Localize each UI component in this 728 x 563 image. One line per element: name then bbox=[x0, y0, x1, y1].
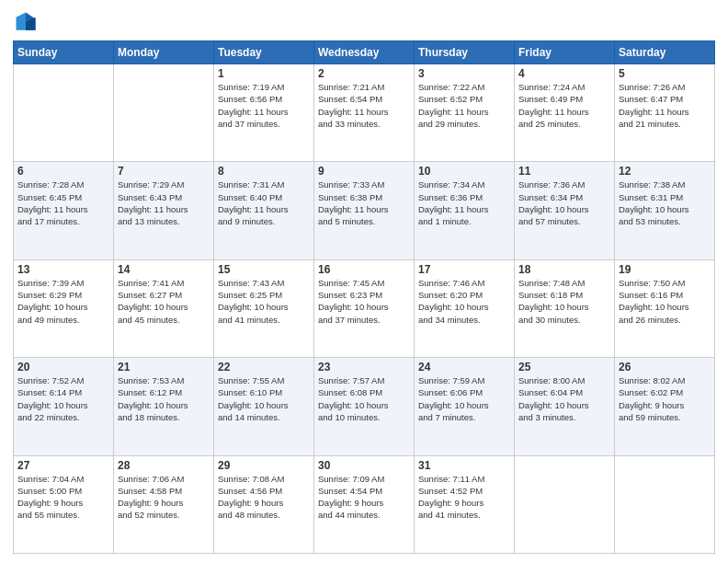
day-number: 30 bbox=[318, 459, 410, 472]
day-info: Sunrise: 7:50 AM Sunset: 6:16 PM Dayligh… bbox=[619, 277, 711, 326]
day-info: Sunrise: 7:38 AM Sunset: 6:31 PM Dayligh… bbox=[619, 178, 711, 227]
day-info: Sunrise: 7:22 AM Sunset: 6:52 PM Dayligh… bbox=[418, 81, 510, 130]
day-number: 5 bbox=[619, 67, 711, 80]
week-row: 13Sunrise: 7:39 AM Sunset: 6:29 PM Dayli… bbox=[14, 259, 715, 357]
day-info: Sunrise: 7:45 AM Sunset: 6:23 PM Dayligh… bbox=[318, 277, 410, 326]
day-number: 8 bbox=[218, 165, 310, 178]
weekday-sunday: Sunday bbox=[14, 41, 114, 64]
day-number: 26 bbox=[619, 361, 711, 373]
weekday-thursday: Thursday bbox=[415, 41, 515, 64]
calendar-cell: 1Sunrise: 7:19 AM Sunset: 6:56 PM Daylig… bbox=[214, 64, 314, 162]
weekday-monday: Monday bbox=[114, 41, 214, 64]
calendar-cell bbox=[14, 64, 114, 162]
calendar-cell: 7Sunrise: 7:29 AM Sunset: 6:43 PM Daylig… bbox=[114, 162, 214, 259]
week-row: 6Sunrise: 7:28 AM Sunset: 6:45 PM Daylig… bbox=[14, 162, 715, 259]
calendar: SundayMondayTuesdayWednesdayThursdayFrid… bbox=[13, 40, 715, 554]
calendar-cell: 12Sunrise: 7:38 AM Sunset: 6:31 PM Dayli… bbox=[615, 162, 715, 259]
calendar-cell: 28Sunrise: 7:06 AM Sunset: 4:58 PM Dayli… bbox=[114, 455, 214, 553]
day-number: 25 bbox=[518, 361, 610, 373]
day-info: Sunrise: 7:08 AM Sunset: 4:56 PM Dayligh… bbox=[218, 473, 310, 522]
day-info: Sunrise: 8:00 AM Sunset: 6:04 PM Dayligh… bbox=[518, 374, 610, 423]
weekday-header-row: SundayMondayTuesdayWednesdayThursdayFrid… bbox=[14, 41, 715, 64]
day-info: Sunrise: 7:48 AM Sunset: 6:18 PM Dayligh… bbox=[518, 277, 610, 326]
calendar-cell: 3Sunrise: 7:22 AM Sunset: 6:52 PM Daylig… bbox=[415, 64, 515, 162]
week-row: 1Sunrise: 7:19 AM Sunset: 6:56 PM Daylig… bbox=[14, 64, 715, 162]
day-info: Sunrise: 7:09 AM Sunset: 4:54 PM Dayligh… bbox=[318, 473, 410, 522]
calendar-cell: 16Sunrise: 7:45 AM Sunset: 6:23 PM Dayli… bbox=[314, 259, 415, 357]
calendar-cell: 31Sunrise: 7:11 AM Sunset: 4:52 PM Dayli… bbox=[415, 455, 515, 553]
calendar-cell: 27Sunrise: 7:04 AM Sunset: 5:00 PM Dayli… bbox=[14, 455, 114, 553]
calendar-cell: 24Sunrise: 7:59 AM Sunset: 6:06 PM Dayli… bbox=[415, 358, 515, 455]
day-number: 14 bbox=[118, 263, 210, 276]
calendar-cell: 10Sunrise: 7:34 AM Sunset: 6:36 PM Dayli… bbox=[415, 162, 515, 259]
calendar-cell: 14Sunrise: 7:41 AM Sunset: 6:27 PM Dayli… bbox=[114, 259, 214, 357]
day-number: 1 bbox=[218, 67, 310, 80]
day-info: Sunrise: 7:06 AM Sunset: 4:58 PM Dayligh… bbox=[118, 473, 210, 522]
calendar-cell: 8Sunrise: 7:31 AM Sunset: 6:40 PM Daylig… bbox=[214, 162, 314, 259]
calendar-cell: 17Sunrise: 7:46 AM Sunset: 6:20 PM Dayli… bbox=[415, 259, 515, 357]
day-info: Sunrise: 7:33 AM Sunset: 6:38 PM Dayligh… bbox=[318, 178, 410, 227]
day-number: 9 bbox=[318, 165, 410, 178]
day-number: 20 bbox=[17, 361, 109, 373]
day-number: 6 bbox=[17, 165, 109, 178]
calendar-cell: 25Sunrise: 8:00 AM Sunset: 6:04 PM Dayli… bbox=[515, 358, 615, 455]
svg-marker-1 bbox=[17, 13, 27, 30]
day-info: Sunrise: 7:26 AM Sunset: 6:47 PM Dayligh… bbox=[619, 81, 711, 130]
calendar-cell bbox=[615, 455, 715, 553]
day-info: Sunrise: 7:11 AM Sunset: 4:52 PM Dayligh… bbox=[418, 473, 510, 522]
day-info: Sunrise: 7:57 AM Sunset: 6:08 PM Dayligh… bbox=[318, 374, 410, 423]
day-number: 22 bbox=[218, 361, 310, 373]
day-info: Sunrise: 7:43 AM Sunset: 6:25 PM Dayligh… bbox=[218, 277, 310, 326]
calendar-cell: 29Sunrise: 7:08 AM Sunset: 4:56 PM Dayli… bbox=[214, 455, 314, 553]
day-number: 2 bbox=[318, 67, 410, 80]
weekday-friday: Friday bbox=[515, 41, 615, 64]
calendar-cell: 4Sunrise: 7:24 AM Sunset: 6:49 PM Daylig… bbox=[515, 64, 615, 162]
day-info: Sunrise: 7:24 AM Sunset: 6:49 PM Dayligh… bbox=[518, 81, 610, 130]
calendar-cell: 26Sunrise: 8:02 AM Sunset: 6:02 PM Dayli… bbox=[615, 358, 715, 455]
day-number: 19 bbox=[619, 263, 711, 276]
day-info: Sunrise: 7:28 AM Sunset: 6:45 PM Dayligh… bbox=[17, 178, 109, 227]
calendar-cell: 30Sunrise: 7:09 AM Sunset: 4:54 PM Dayli… bbox=[314, 455, 415, 553]
day-number: 17 bbox=[418, 263, 510, 276]
weekday-tuesday: Tuesday bbox=[214, 41, 314, 64]
day-info: Sunrise: 7:29 AM Sunset: 6:43 PM Dayligh… bbox=[118, 178, 210, 227]
day-number: 23 bbox=[318, 361, 410, 373]
week-row: 27Sunrise: 7:04 AM Sunset: 5:00 PM Dayli… bbox=[14, 455, 715, 553]
calendar-cell: 19Sunrise: 7:50 AM Sunset: 6:16 PM Dayli… bbox=[615, 259, 715, 357]
day-info: Sunrise: 7:39 AM Sunset: 6:29 PM Dayligh… bbox=[17, 277, 109, 326]
calendar-cell: 5Sunrise: 7:26 AM Sunset: 6:47 PM Daylig… bbox=[615, 64, 715, 162]
day-info: Sunrise: 7:36 AM Sunset: 6:34 PM Dayligh… bbox=[518, 178, 610, 227]
weekday-wednesday: Wednesday bbox=[314, 41, 415, 64]
weekday-saturday: Saturday bbox=[615, 41, 715, 64]
day-info: Sunrise: 7:53 AM Sunset: 6:12 PM Dayligh… bbox=[118, 374, 210, 423]
day-info: Sunrise: 7:52 AM Sunset: 6:14 PM Dayligh… bbox=[17, 374, 109, 423]
day-number: 28 bbox=[118, 459, 210, 472]
week-row: 20Sunrise: 7:52 AM Sunset: 6:14 PM Dayli… bbox=[14, 358, 715, 455]
day-number: 21 bbox=[118, 361, 210, 373]
calendar-cell: 21Sunrise: 7:53 AM Sunset: 6:12 PM Dayli… bbox=[114, 358, 214, 455]
calendar-cell: 11Sunrise: 7:36 AM Sunset: 6:34 PM Dayli… bbox=[515, 162, 615, 259]
day-number: 10 bbox=[418, 165, 510, 178]
day-info: Sunrise: 7:59 AM Sunset: 6:06 PM Dayligh… bbox=[418, 374, 510, 423]
day-number: 29 bbox=[218, 459, 310, 472]
day-number: 24 bbox=[418, 361, 510, 373]
calendar-cell: 9Sunrise: 7:33 AM Sunset: 6:38 PM Daylig… bbox=[314, 162, 415, 259]
day-number: 13 bbox=[17, 263, 109, 276]
calendar-header: SundayMondayTuesdayWednesdayThursdayFrid… bbox=[14, 41, 715, 64]
calendar-cell: 6Sunrise: 7:28 AM Sunset: 6:45 PM Daylig… bbox=[14, 162, 114, 259]
day-info: Sunrise: 7:04 AM Sunset: 5:00 PM Dayligh… bbox=[17, 473, 109, 522]
day-info: Sunrise: 7:41 AM Sunset: 6:27 PM Dayligh… bbox=[118, 277, 210, 326]
day-info: Sunrise: 7:31 AM Sunset: 6:40 PM Dayligh… bbox=[218, 178, 310, 227]
day-number: 31 bbox=[418, 459, 510, 472]
day-number: 12 bbox=[619, 165, 711, 178]
day-info: Sunrise: 7:55 AM Sunset: 6:10 PM Dayligh… bbox=[218, 374, 310, 423]
day-number: 15 bbox=[218, 263, 310, 276]
day-info: Sunrise: 7:19 AM Sunset: 6:56 PM Dayligh… bbox=[218, 81, 310, 130]
calendar-cell bbox=[515, 455, 615, 553]
day-number: 4 bbox=[518, 67, 610, 80]
calendar-cell: 22Sunrise: 7:55 AM Sunset: 6:10 PM Dayli… bbox=[214, 358, 314, 455]
day-info: Sunrise: 7:34 AM Sunset: 6:36 PM Dayligh… bbox=[418, 178, 510, 227]
calendar-cell: 23Sunrise: 7:57 AM Sunset: 6:08 PM Dayli… bbox=[314, 358, 415, 455]
header bbox=[13, 9, 715, 35]
day-info: Sunrise: 7:21 AM Sunset: 6:54 PM Dayligh… bbox=[318, 81, 410, 130]
